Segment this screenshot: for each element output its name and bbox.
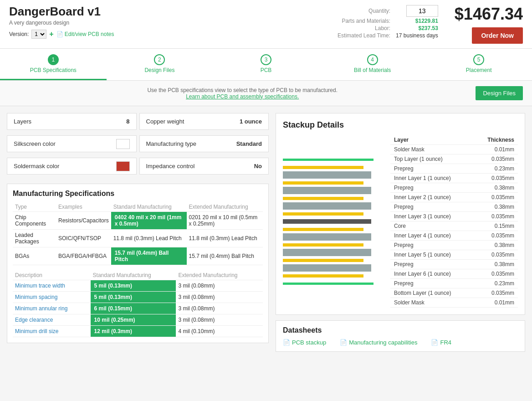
design-files-button[interactable]: Design Files xyxy=(476,86,523,100)
layer-bar xyxy=(283,212,363,216)
stackup-table-row: Top Layer (1 ounce) 0.035mm xyxy=(390,154,518,164)
stackup-table-row: Inner Layer 5 (1 ounce) 0.035mm xyxy=(390,250,518,260)
pricing-details: Quantity: Parts and Materials: $1229.81 … xyxy=(335,5,441,39)
mfg-col-ext: Extended Manufacturing xyxy=(187,202,263,212)
tab-label-3: PCB xyxy=(217,67,315,73)
stackup-table-row: Inner Layer 3 (1 ounce) 0.035mm xyxy=(390,212,518,221)
mfg-examples-cell: Resistors/Capacitors xyxy=(56,212,111,230)
mfg-examples-cell: BGA/FBGA/HFBGA xyxy=(56,247,111,265)
version-select[interactable]: 1 xyxy=(31,30,46,39)
desc-ext-cell: 3 mil (0.08mm) xyxy=(176,314,263,326)
file-doc-icon: 📄 xyxy=(340,339,347,346)
desc-ext-cell: 3 mil (0.08mm) xyxy=(176,280,263,292)
tab-bill-of-materials[interactable]: 4 Bill of Materials xyxy=(319,49,426,80)
stackup-layer-thickness: 0.035mm xyxy=(474,212,518,221)
header-left: DangerBoard v1 A very dangerous design V… xyxy=(9,5,114,39)
stackup-layer-name: Inner Layer 6 (1 ounce) xyxy=(390,269,474,279)
silkscreen-color-swatch[interactable] xyxy=(116,139,130,149)
datasheets-links: 📄 PCB stackup📄 Manufacturing capabilitie… xyxy=(283,339,518,346)
stackup-layer-thickness: 0.38mm xyxy=(474,260,518,269)
mfg-type-value: Standard xyxy=(230,136,268,152)
mfg-title: Manufacturing Specifications xyxy=(13,190,263,198)
desc-col2: Standard Manufacturing xyxy=(91,271,176,280)
app-title: DangerBoard v1 xyxy=(9,5,114,19)
info-bar-text: Use the PCB specifications view to selec… xyxy=(9,87,476,100)
col-layer-header: Layer xyxy=(390,135,474,145)
mfg-type-label: Manufacturing type xyxy=(140,136,230,152)
stackup-table-row: Inner Layer 1 (1 ounce) 0.035mm xyxy=(390,174,518,183)
datasheet-link[interactable]: 📄 PCB stackup xyxy=(283,339,326,346)
stackup-table-row: Prepreg 0.38mm xyxy=(390,202,518,212)
silkscreen-label: Silkscreen color xyxy=(7,136,116,152)
stackup-layer-thickness: 0.01mm xyxy=(474,298,518,308)
spec-grid: Layers 8 Copper weight 1 ounce Silkscree… xyxy=(7,113,269,177)
soldermask-color-swatch[interactable] xyxy=(116,161,130,171)
order-now-button[interactable]: Order Now xyxy=(472,27,523,44)
datasheet-link[interactable]: 📄 FR4 xyxy=(431,339,451,346)
learn-more-link[interactable]: Learn about PCB and assembly specificati… xyxy=(186,93,299,100)
stackup-layer-thickness: 0.035mm xyxy=(474,269,518,279)
impedance-label: Impedance control xyxy=(140,158,232,174)
stackup-layer-name: Inner Layer 5 (1 ounce) xyxy=(390,250,474,260)
mfg-col-examples: Examples xyxy=(56,202,111,212)
tab-pcb-specifications[interactable]: 1 PCB Specifications xyxy=(0,49,107,80)
layer-bar-row xyxy=(283,211,384,217)
quantity-input[interactable] xyxy=(406,5,438,17)
mfg-std-cell: 15.7 mil (0.4mm) Ball Pitch xyxy=(111,247,187,265)
left-panel: Layers 8 Copper weight 1 ounce Silkscree… xyxy=(7,113,269,352)
right-panel: Stackup Details Layer Thickness Solder M… xyxy=(276,113,525,352)
stackup-layer-name: Prepreg xyxy=(390,279,474,288)
desc-ext-cell: 3 mil (0.08mm) xyxy=(176,292,263,303)
desc-table-row: Minimum trace width 5 mil (0.13mm) 3 mil… xyxy=(13,280,263,292)
mfg-table: Type Examples Standard Manufacturing Ext… xyxy=(13,202,263,265)
desc-table-row: Minimum annular ring 6 mil (0.15mm) 3 mi… xyxy=(13,303,263,314)
info-bar-message: Use the PCB specifications view to selec… xyxy=(147,87,338,93)
layer-bar-row xyxy=(283,164,384,170)
tab-label-2: Design Files xyxy=(111,67,209,73)
stackup-layers-visual xyxy=(283,135,384,308)
layer-bar-row xyxy=(283,156,384,163)
desc-col3: Extended Manufacturing xyxy=(176,271,263,280)
col-thickness-header: Thickness xyxy=(474,135,518,145)
layer-bar xyxy=(283,171,371,179)
soldermask-label: Soldermask color xyxy=(7,158,116,174)
stackup-table-row: Bottom Layer (1 ounce) 0.035mm xyxy=(390,288,518,298)
layer-bar xyxy=(283,219,371,224)
tab-num-1: 1 xyxy=(48,54,59,65)
layer-bar xyxy=(283,197,363,200)
mfg-type-cell: Chip Components xyxy=(13,212,56,230)
stackup-layer-thickness: 0.15mm xyxy=(474,221,518,231)
stackup-layer-name: Inner Layer 1 (1 ounce) xyxy=(390,174,474,183)
tab-num-2: 2 xyxy=(154,54,165,65)
tab-design-files[interactable]: 2 Design Files xyxy=(107,49,213,80)
file-icon: 📄 xyxy=(56,31,63,37)
layer-bar xyxy=(283,228,363,231)
lead-time-label: Estimated Lead Time: xyxy=(335,32,393,39)
layer-bar xyxy=(283,264,371,272)
impedance-row: Impedance control No xyxy=(139,158,269,175)
stackup-title: Stackup Details xyxy=(283,120,518,130)
tab-label-4: Bill of Materials xyxy=(324,67,421,73)
stackup-table-row: Prepreg 0.23mm xyxy=(390,279,518,288)
layer-bar-row xyxy=(283,218,384,225)
mfg-type-row: Manufacturing type Standard xyxy=(139,135,269,152)
add-version-button[interactable]: + xyxy=(49,30,53,38)
tab-pcb[interactable]: 3 PCB xyxy=(213,49,319,80)
tab-label-1: PCB Specifications xyxy=(5,67,102,73)
stackup-layer-name: Prepreg xyxy=(390,183,474,193)
layer-bar xyxy=(283,233,371,241)
stackup-layer-name: Prepreg xyxy=(390,164,474,174)
mfg-type-cell: Leaded Packages xyxy=(13,230,56,247)
total-price: $1467.34 xyxy=(455,5,523,24)
stackup-layer-name: Prepreg xyxy=(390,202,474,212)
datasheet-link[interactable]: 📄 Manufacturing capabilities xyxy=(340,339,417,346)
mfg-ext-cell: 11.8 mil (0.3mm) Lead Pitch xyxy=(187,230,263,247)
price-and-order: $1467.34 Order Now xyxy=(455,5,523,44)
pcb-notes-link[interactable]: 📄 Edit/view PCB notes xyxy=(56,31,114,37)
desc-cell: Edge clearance xyxy=(13,314,91,326)
tab-placement[interactable]: 5 Placement xyxy=(425,49,532,80)
header-pricing: Quantity: Parts and Materials: $1229.81 … xyxy=(335,5,523,44)
stackup-table-row: Prepreg 0.38mm xyxy=(390,260,518,269)
desc-cell: Minimum annular ring xyxy=(13,303,91,314)
stackup-layer-name: Inner Layer 3 (1 ounce) xyxy=(390,212,474,221)
